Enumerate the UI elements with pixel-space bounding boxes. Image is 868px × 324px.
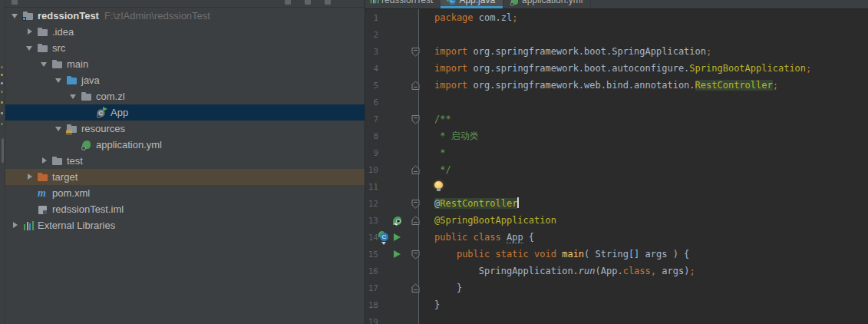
code-line-19[interactable]: 19 xyxy=(365,313,868,324)
fold-marker-start[interactable] xyxy=(404,43,419,60)
code-text: import org.springframework.web.bind.anno… xyxy=(419,77,868,94)
code-line-2[interactable]: 2 xyxy=(365,26,868,43)
tree-item-application-yml[interactable]: application.yml xyxy=(5,137,365,153)
tree-item-app[interactable]: CApp xyxy=(5,104,365,121)
tree-item-label: redssionTest.iml xyxy=(52,203,124,215)
fold-column xyxy=(404,94,419,111)
tree-item-label: test xyxy=(67,155,83,167)
fold-marker-end[interactable] xyxy=(404,212,419,229)
ext-libs-icon xyxy=(22,220,35,232)
tree-item-resources[interactable]: resources xyxy=(5,121,365,137)
code-line-8[interactable]: 8 * 启动类 xyxy=(365,127,868,144)
tree-item-src[interactable]: src xyxy=(5,40,365,56)
gutter-icons xyxy=(378,94,404,111)
settings-icon[interactable] xyxy=(285,0,291,5)
tree-expand-arrow[interactable] xyxy=(68,91,78,101)
editor-tab-app-java[interactable]: CApp.java xyxy=(441,0,503,8)
code-line-12[interactable]: 12@RestController xyxy=(365,195,868,212)
tree-expand-arrow[interactable] xyxy=(10,220,20,230)
tool-window-stripe[interactable] xyxy=(0,0,5,324)
code-line-15[interactable]: 15 public static void main( String[] arg… xyxy=(365,246,868,263)
code-line-9[interactable]: 9 * xyxy=(365,144,868,161)
tree-item-label: java xyxy=(81,74,100,86)
tree-expand-arrow[interactable] xyxy=(25,43,35,53)
code-line-10[interactable]: 10 */ xyxy=(365,161,868,178)
code-line-1[interactable]: 1package com.zl; xyxy=(365,9,868,26)
code-text: @SpringBootApplication xyxy=(419,212,868,229)
header-icon-fragment[interactable] xyxy=(12,0,18,5)
intention-bulb-icon[interactable] xyxy=(434,181,443,192)
code-line-3[interactable]: 3import org.springframework.boot.SpringA… xyxy=(365,43,868,60)
fold-column xyxy=(404,263,419,279)
fold-marker-start[interactable] xyxy=(404,195,419,212)
code-line-4[interactable]: 4import org.springframework.boot.autocon… xyxy=(365,60,868,77)
tree-item-com-zl[interactable]: com.zl xyxy=(5,88,365,104)
fold-marker-end[interactable] xyxy=(404,279,419,296)
code-line-5[interactable]: 5import org.springframework.web.bind.ann… xyxy=(365,77,868,94)
code-line-18[interactable]: 18} xyxy=(365,296,868,313)
tree-item-pom-xml[interactable]: mpom.xml xyxy=(5,185,365,201)
tree-expand-arrow[interactable] xyxy=(39,156,49,166)
fold-marker-start[interactable] xyxy=(404,111,419,127)
fold-marker-start[interactable] xyxy=(404,246,419,263)
fold-column xyxy=(404,144,419,161)
tree-item--idea[interactable]: .idea xyxy=(5,24,365,40)
tree-item-label: redssionTest xyxy=(38,10,99,21)
editor-tab-application-yml[interactable]: application.yml xyxy=(503,0,591,8)
code-editor[interactable]: 1package com.zl;23import org.springframe… xyxy=(365,9,868,324)
tree-item-external-libraries[interactable]: External Libraries xyxy=(5,217,365,233)
code-line-13[interactable]: 13@SpringBootApplication xyxy=(365,212,868,229)
code-text: * xyxy=(419,144,868,161)
tree-expand-arrow[interactable] xyxy=(54,124,64,134)
tree-indent xyxy=(25,188,35,198)
tree-expand-arrow[interactable] xyxy=(54,75,64,85)
code-text xyxy=(419,178,868,195)
run-icon[interactable] xyxy=(391,232,403,243)
boot-run-class-icon[interactable]: C xyxy=(378,232,390,243)
tree-expand-arrow[interactable] xyxy=(10,11,20,21)
tree-item-target[interactable]: target xyxy=(5,169,365,185)
code-line-16[interactable]: 16 SpringApplication.run(App.class, args… xyxy=(365,263,868,279)
gutter-icons xyxy=(378,144,404,161)
line-number: 7 xyxy=(365,114,378,124)
maven-icon: m xyxy=(37,187,49,200)
line-number: 10 xyxy=(365,165,378,175)
stripe-speck xyxy=(1,82,3,84)
project-tree: redssionTestF:\zlAdmin\redssionTest.idea… xyxy=(5,8,365,233)
run-icon[interactable] xyxy=(391,249,403,260)
spring-search-icon[interactable] xyxy=(391,215,403,226)
code-text: public static void main( String[] args )… xyxy=(419,246,868,263)
folder-icon xyxy=(51,58,64,71)
tree-item-redssiontest-iml[interactable]: redssionTest.iml xyxy=(5,201,365,217)
tree-expand-arrow[interactable] xyxy=(25,27,35,37)
tree-item-redssiontest[interactable]: redssionTestF:\zlAdmin\redssionTest xyxy=(5,8,365,24)
tree-item-label: target xyxy=(52,171,78,183)
code-line-6[interactable]: 6 xyxy=(365,94,868,111)
scrollbar-thumb[interactable] xyxy=(2,138,4,163)
line-number: 17 xyxy=(365,283,378,293)
tree-indent xyxy=(83,107,93,117)
code-line-11[interactable]: 11 xyxy=(365,178,868,195)
fold-marker-end[interactable] xyxy=(404,77,419,94)
code-line-14[interactable]: 14Cpublic class App { xyxy=(365,229,868,246)
fold-marker-end[interactable] xyxy=(404,161,419,178)
boot-class-icon: C xyxy=(447,0,455,5)
tree-item-test[interactable]: test xyxy=(5,153,365,169)
code-line-17[interactable]: 17 } xyxy=(365,279,868,296)
navbar-project-label[interactable]: redssionTest xyxy=(365,0,441,8)
gutter-icons xyxy=(378,246,404,263)
line-number: 15 xyxy=(365,250,378,260)
fold-column xyxy=(404,178,419,195)
tree-expand-arrow[interactable] xyxy=(25,172,35,182)
tab-label: application.yml xyxy=(522,0,583,5)
class-run-icon: C xyxy=(95,107,107,119)
code-text: @RestController xyxy=(419,195,868,212)
tree-item-main[interactable]: main xyxy=(5,56,365,72)
folder-icon xyxy=(51,155,64,167)
hide-panel-icon[interactable] xyxy=(325,0,331,5)
tree-item-java[interactable]: java xyxy=(5,72,365,88)
tree-expand-arrow[interactable] xyxy=(39,59,49,69)
line-number: 16 xyxy=(365,266,378,276)
collapse-all-icon[interactable] xyxy=(305,0,311,5)
code-line-7[interactable]: 7/** xyxy=(365,111,868,127)
